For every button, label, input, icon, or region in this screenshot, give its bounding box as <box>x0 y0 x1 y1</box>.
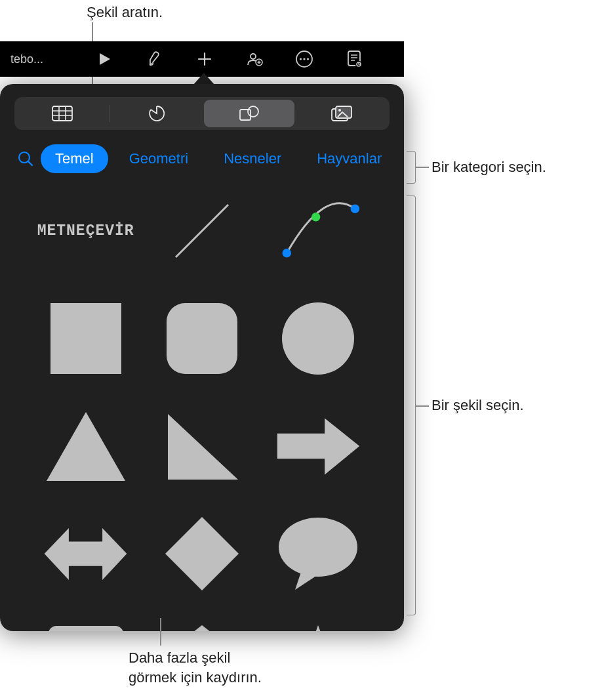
svg-point-19 <box>350 205 359 214</box>
add-icon[interactable] <box>195 50 214 68</box>
tab-media[interactable] <box>296 100 387 127</box>
callout-scroll-l2: görmek için kaydırın. <box>129 668 262 688</box>
svg-point-18 <box>282 249 291 258</box>
text-shape[interactable]: METNEÇEVİR <box>41 192 130 270</box>
insert-type-segmented <box>14 97 390 130</box>
square-shape[interactable] <box>41 299 130 378</box>
svg-point-3 <box>300 58 302 60</box>
popover-arrow <box>193 73 214 85</box>
tab-charts[interactable] <box>111 100 203 127</box>
triangle-shape[interactable] <box>41 407 130 485</box>
svg-point-23 <box>282 302 354 375</box>
category-basic[interactable]: Temel <box>41 144 108 173</box>
shape-category-row: Temel Geometri Nesneler Hayvanlar <box>14 144 390 173</box>
tab-tables[interactable] <box>17 100 108 127</box>
callout-line <box>416 405 429 407</box>
svg-point-24 <box>279 518 357 577</box>
svg-rect-25 <box>49 626 123 631</box>
collaborate-icon[interactable] <box>245 50 264 68</box>
insert-popover: Temel Geometri Nesneler Hayvanlar METNEÇ… <box>0 84 404 631</box>
bracket-shapes <box>407 196 416 615</box>
callout-search: Şekil aratın. <box>87 4 163 21</box>
right-triangle-shape[interactable] <box>157 407 246 485</box>
text-shape-label: METNEÇEVİR <box>37 222 134 239</box>
circle-shape[interactable] <box>274 299 363 378</box>
svg-rect-22 <box>167 303 237 374</box>
format-brush-icon[interactable] <box>146 50 164 68</box>
presenter-notes-icon[interactable] <box>345 50 363 68</box>
callout-scroll: Daha fazla şekil görmek için kaydırın. <box>129 648 262 687</box>
segment-divider <box>110 105 110 122</box>
curve-pen-shape[interactable] <box>274 192 363 270</box>
category-geometry[interactable]: Geometri <box>115 144 203 173</box>
play-icon[interactable] <box>96 50 114 68</box>
callout-scroll-l1: Daha fazla şekil <box>129 648 262 668</box>
callout-pick-shape: Bir şekil seçin. <box>431 397 524 414</box>
callout-rect-shape[interactable] <box>41 622 130 631</box>
search-shapes-button[interactable] <box>17 148 34 170</box>
star-shape[interactable] <box>274 622 363 631</box>
callout-line <box>416 167 429 168</box>
callout-line <box>160 618 161 646</box>
shape-grid[interactable]: METNEÇEVİR <box>14 192 390 631</box>
svg-point-0 <box>251 54 256 59</box>
more-icon[interactable] <box>295 50 313 68</box>
app-toolbar: tebo... <box>0 41 404 77</box>
pentagon-shape[interactable] <box>157 622 246 631</box>
document-title: tebo... <box>7 52 51 66</box>
speech-bubble-shape[interactable] <box>274 514 363 593</box>
bracket-category <box>407 151 416 184</box>
svg-point-4 <box>303 58 305 60</box>
svg-point-20 <box>311 213 321 222</box>
svg-point-5 <box>307 58 309 60</box>
svg-rect-9 <box>52 106 72 121</box>
category-objects[interactable]: Nesneler <box>209 144 296 173</box>
diamond-shape[interactable] <box>157 514 246 593</box>
callout-category: Bir kategori seçin. <box>431 159 546 176</box>
svg-line-17 <box>176 205 228 257</box>
arrow-right-shape[interactable] <box>274 407 363 485</box>
svg-point-15 <box>338 109 341 112</box>
double-arrow-shape[interactable] <box>41 514 130 593</box>
svg-rect-21 <box>50 303 121 374</box>
tab-shapes[interactable] <box>204 100 295 127</box>
svg-point-11 <box>248 106 258 117</box>
line-shape[interactable] <box>157 192 246 270</box>
category-animals[interactable]: Hayvanlar <box>302 144 396 173</box>
rounded-square-shape[interactable] <box>157 299 246 378</box>
